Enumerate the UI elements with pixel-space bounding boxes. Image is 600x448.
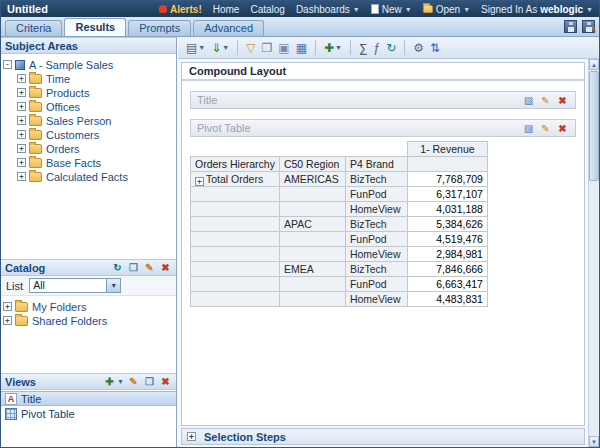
subject-area-folder-time[interactable]: +Time (3, 72, 174, 85)
folder-label: Base Facts (46, 157, 101, 169)
expand-icon[interactable]: + (17, 116, 26, 125)
tab-strip: CriteriaResultsPromptsAdvanced (5, 18, 266, 36)
pivot-hierarchy-cell: +Total Orders (191, 172, 280, 187)
expand-icon[interactable]: + (17, 74, 26, 83)
catalog-folder-shared-folders[interactable]: +Shared Folders (3, 314, 174, 327)
view-container-title[interactable]: Title▨✎✖ (190, 91, 576, 109)
view-container-label: Pivot Table (197, 122, 251, 134)
pivot-value-cell: 6,663,417 (407, 277, 487, 292)
new-view-icon[interactable]: ✚ (103, 375, 116, 388)
new-view-button[interactable]: ✚▼ (322, 39, 344, 57)
views-header[interactable]: Views ✚▼✎❐✖ (1, 373, 176, 390)
expand-icon[interactable]: + (17, 172, 26, 181)
tab-prompts[interactable]: Prompts (128, 20, 191, 36)
home-link[interactable]: Home (213, 4, 240, 15)
views-list: ATitlePivot Table (1, 390, 176, 447)
catalog-header[interactable]: Catalog ↻❐✎✖ (1, 259, 176, 276)
tab-results[interactable]: Results (64, 18, 126, 36)
collapse-icon[interactable]: - (3, 60, 12, 69)
title-view-icon: A (5, 393, 17, 405)
subject-area-folder-base-facts[interactable]: +Base Facts (3, 156, 174, 169)
signed-in-menu[interactable]: Signed In Asweblogic▼ (481, 4, 593, 15)
remove-view-icon[interactable]: ✖ (159, 375, 172, 388)
sort-button[interactable]: ⇅ (428, 39, 442, 57)
edit-view-icon[interactable]: ✎ (539, 122, 552, 135)
paste-button[interactable]: ▣ (276, 39, 291, 57)
pivot-region-cell (279, 202, 345, 217)
format-container-icon[interactable]: ▨ (522, 94, 535, 107)
edit-filters-button[interactable]: ▽ (244, 39, 257, 57)
remove-view-icon[interactable]: ✖ (556, 94, 569, 107)
folder-icon (15, 302, 28, 312)
sort-icon: ⇅ (430, 40, 440, 56)
folder-label: Time (46, 73, 70, 85)
subject-area-folder-calculated-facts[interactable]: +Calculated Facts (3, 170, 174, 183)
pivot-value-cell: 4,031,188 (407, 202, 487, 217)
scroll-up-icon[interactable]: ▲ (589, 59, 599, 70)
pivot-hierarchy-cell (191, 277, 280, 292)
subject-area-folder-products[interactable]: +Products (3, 86, 174, 99)
refresh-icon[interactable]: ↻ (111, 261, 124, 274)
expand-icon[interactable]: + (187, 432, 196, 441)
new-menu[interactable]: New▼ (371, 4, 412, 15)
new-group-button[interactable]: ƒ (372, 39, 383, 57)
subject-area-folder-sales-person[interactable]: +Sales Person (3, 114, 174, 127)
subject-area-folder-offices[interactable]: +Offices (3, 100, 174, 113)
catalog-folder-my-folders[interactable]: +My Folders (3, 300, 174, 313)
open-menu[interactable]: Open▼ (423, 4, 470, 15)
edit-icon[interactable]: ✎ (143, 261, 156, 274)
chevron-down-icon: ▼ (463, 6, 470, 13)
print-button[interactable]: ▤▼ (184, 39, 207, 57)
open-icon[interactable]: ❐ (127, 261, 140, 274)
save-icon[interactable] (564, 20, 577, 33)
remove-view-icon[interactable]: ✖ (556, 122, 569, 135)
expand-icon[interactable]: + (3, 302, 12, 311)
expand-icon[interactable]: + (17, 144, 26, 153)
pivot-region-cell: APAC (279, 217, 345, 232)
expand-icon[interactable]: + (17, 88, 26, 97)
subject-area-root[interactable]: -A - Sample Sales (3, 58, 174, 71)
alerts-link[interactable]: Alerts! (159, 4, 202, 15)
duplicate-view-icon[interactable]: ❐ (143, 375, 156, 388)
scroll-down-icon[interactable]: ▼ (589, 436, 599, 447)
edit-view-icon[interactable]: ✎ (539, 94, 552, 107)
chevron-down-icon: ▼ (222, 44, 229, 51)
view-item-title[interactable]: ATitle (1, 391, 176, 406)
view-container-icons: ▨✎✖ (522, 122, 569, 135)
pivot-measure-header: 1- Revenue (407, 142, 487, 157)
expand-icon[interactable]: + (3, 316, 12, 325)
scrollbar-thumb[interactable] (589, 71, 599, 181)
expand-icon[interactable]: + (17, 158, 26, 167)
edit-view-icon[interactable]: ✎ (127, 375, 140, 388)
tab-advanced[interactable]: Advanced (193, 20, 264, 36)
vertical-scrollbar[interactable]: ▲ ▼ (588, 59, 599, 447)
expand-icon[interactable]: + (195, 177, 204, 186)
catalog-list-select[interactable]: All ▼ (29, 278, 121, 293)
copy-button[interactable]: ❐ (260, 39, 275, 57)
catalog-link[interactable]: Catalog (250, 4, 284, 15)
view-item-pivot-table[interactable]: Pivot Table (1, 406, 176, 421)
export-button[interactable]: ⇓▼ (209, 39, 231, 57)
view-container-pivot-table[interactable]: Pivot Table▨✎✖ (190, 119, 576, 137)
subject-area-folder-orders[interactable]: +Orders (3, 142, 174, 155)
expand-icon[interactable]: + (17, 102, 26, 111)
delete-icon[interactable]: ✖ (159, 261, 172, 274)
format-container-icon[interactable]: ▨ (522, 122, 535, 135)
pivot-row: HomeView4,483,831 (191, 292, 488, 307)
subject-areas-header[interactable]: Subject Areas (1, 37, 176, 54)
select-dropdown-icon[interactable]: ▼ (106, 279, 120, 292)
pivot-view-icon (5, 408, 17, 420)
subject-area-folder-customers[interactable]: +Customers (3, 128, 174, 141)
tab-criteria[interactable]: Criteria (5, 20, 62, 36)
view-container-icons: ▨✎✖ (522, 94, 569, 107)
expand-icon[interactable]: + (17, 130, 26, 139)
refresh-button[interactable]: ↻ (384, 39, 398, 57)
selection-steps-bar[interactable]: + Selection Steps (181, 428, 585, 445)
save-as-icon[interactable]: ✎ (582, 20, 595, 33)
analysis-properties-button[interactable]: ⚙ (411, 39, 426, 57)
new-calculated-measure-button[interactable]: ∑ (357, 39, 370, 57)
view-table-button[interactable]: ▦ (294, 39, 309, 57)
pivot-row: FunPod6,663,417 (191, 277, 488, 292)
catalog-tree: +My Folders+Shared Folders (1, 296, 176, 373)
dashboards-menu[interactable]: Dashboards▼ (296, 4, 360, 15)
